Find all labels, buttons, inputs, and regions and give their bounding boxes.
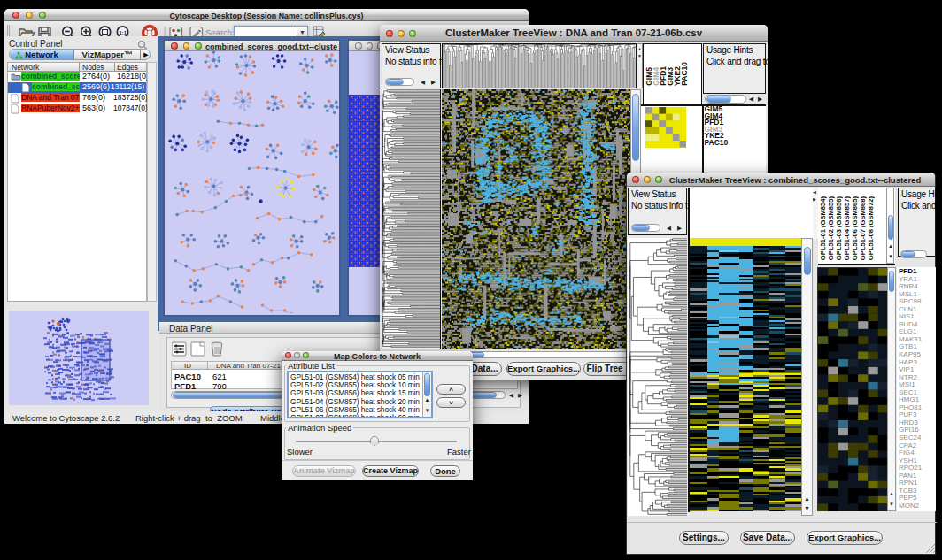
svg-text:1:1: 1:1 [120, 30, 127, 35]
